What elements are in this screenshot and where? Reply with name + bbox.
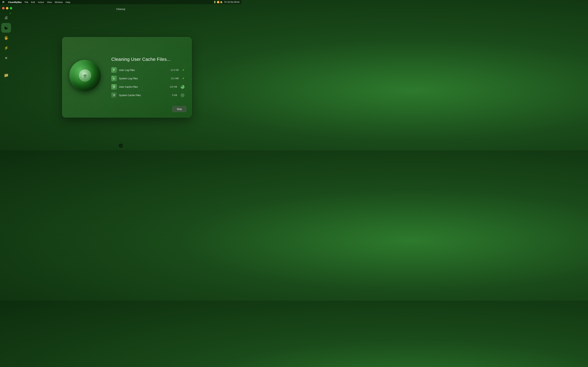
hand-icon: 🖐	[4, 36, 9, 40]
folder-icon: 📁	[4, 73, 9, 78]
list-item: i User Log Files 12,3 KB ✓	[111, 67, 184, 73]
menu-window[interactable]: Window	[55, 1, 63, 3]
system-log-icon	[111, 76, 117, 81]
yin-yang-icon: ☯	[4, 25, 8, 31]
menubar-time: Fri 18 Oct 09:44	[224, 1, 239, 3]
system-cache-status-icon	[181, 93, 184, 97]
stop-button[interactable]: Stop	[172, 106, 186, 112]
system-cache-icon	[111, 92, 117, 98]
menu-action[interactable]: Action	[38, 1, 44, 3]
scan-icon: 🖨	[4, 15, 8, 20]
right-content: Cleaning User Cache Files... i	[111, 57, 184, 98]
maximize-button[interactable]	[10, 7, 12, 9]
log-file-svg: i	[112, 68, 116, 72]
clean-items-list: i User Log Files 12,3 KB ✓	[111, 67, 184, 98]
menu-file[interactable]: File	[25, 1, 28, 3]
menu-view[interactable]: View	[47, 1, 52, 3]
main-area: Cleaning User Cache Files... i	[12, 4, 242, 150]
user-log-size: 12,3 KB	[171, 69, 179, 71]
system-cache-label: System Cache Files	[119, 94, 170, 97]
sidebar-item-clean[interactable]: ☯	[1, 23, 11, 33]
system-log-status-icon: ✓	[182, 77, 184, 80]
apple-menu[interactable]: ⌘	[2, 1, 5, 3]
sidebar: ✓ 🖨 ☯ 🖐 ⚡ ✕ 📁	[0, 4, 12, 150]
cleanup-panel: Cleaning User Cache Files... i	[62, 37, 192, 117]
menubar-icons: 🔋 📶 🔔	[214, 1, 223, 3]
dock-item-systemprefs[interactable]: ⚙	[117, 142, 125, 150]
svg-text:i: i	[115, 70, 115, 72]
user-log-label: User Log Files	[119, 69, 169, 71]
sidebar-item-protect[interactable]: 🖐	[1, 33, 11, 43]
close-button[interactable]	[2, 7, 5, 9]
sidebar-item-check[interactable]: ✓ 🖨	[1, 13, 11, 22]
user-cache-svg	[112, 85, 116, 89]
list-item: System Cache Files 0 KB	[111, 92, 184, 98]
user-cache-icon	[111, 84, 117, 90]
panel-title: Cleaning User Cache Files...	[111, 57, 184, 62]
system-cache-size: 0 KB	[172, 94, 177, 96]
app-name[interactable]: CleanMyMac	[8, 1, 22, 3]
target-icon: ✕	[5, 56, 8, 60]
system-prefs-icon: ⚙	[119, 143, 123, 149]
user-log-icon: i	[111, 67, 117, 73]
sidebar-item-files[interactable]: 📁	[1, 71, 11, 80]
user-cache-status-icon	[181, 85, 184, 89]
user-log-status-icon: ✓	[182, 68, 184, 72]
menu-edit[interactable]: Edit	[31, 1, 35, 3]
menu-help[interactable]: Help	[65, 1, 70, 3]
sidebar-item-speed[interactable]: ⚡	[1, 43, 11, 53]
traffic-lights	[0, 6, 14, 11]
menubar: ⌘ CleanMyMac File Edit Action View Windo…	[0, 0, 242, 4]
list-item: User Cache Files 115 KB	[111, 84, 184, 90]
check-badge-icon: ✓	[9, 12, 11, 15]
flash-icon: ⚡	[4, 46, 9, 50]
dock: ⚙	[117, 142, 125, 150]
cleaner-ball	[69, 60, 101, 91]
user-cache-size: 115 KB	[170, 85, 177, 88]
system-cache-svg	[112, 93, 116, 97]
window-title: Cleanup	[115, 6, 127, 13]
ball-inner	[79, 69, 91, 82]
menubar-right: 🔋 📶 🔔 Fri 18 Oct 09:44	[214, 1, 239, 3]
system-log-label: System Log Files	[119, 77, 169, 80]
ball-container	[69, 60, 104, 95]
user-cache-label: User Cache Files	[119, 85, 167, 88]
system-log-svg	[112, 77, 116, 80]
list-item: System Log Files 211 MB ✓	[111, 76, 184, 81]
system-log-size: 211 MB	[171, 77, 179, 80]
minimize-button[interactable]	[6, 7, 9, 9]
sidebar-item-applications[interactable]: ✕	[1, 53, 11, 63]
